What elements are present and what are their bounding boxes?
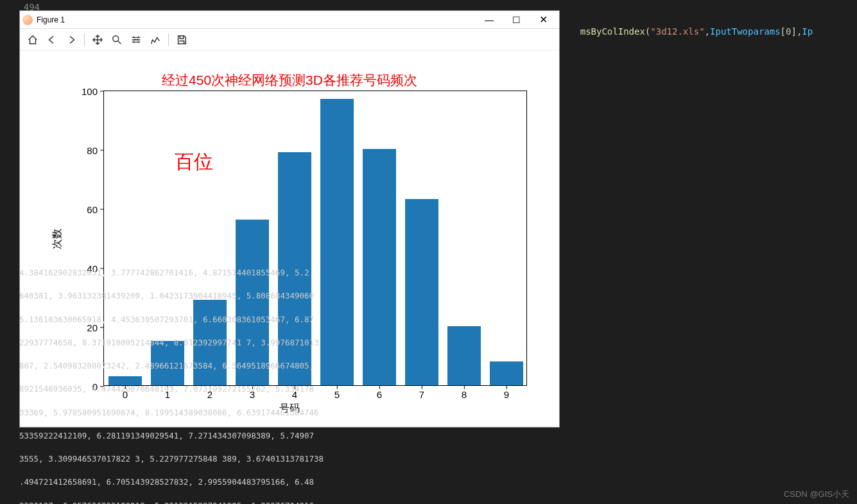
forward-icon[interactable] [62, 31, 80, 49]
subplots-icon[interactable] [127, 31, 145, 49]
y-axis-label: 次数 [51, 229, 64, 249]
back-icon[interactable] [43, 31, 61, 49]
titlebar[interactable]: Figure 1 — ☐ ✕ [20, 11, 559, 29]
editor-fragment: msByColIndex("3d12.xls",IputTwoparams[0]… [558, 10, 857, 53]
window-title: Figure 1 [37, 15, 65, 24]
y-tick: 100 [82, 86, 104, 97]
y-tick: 80 [87, 145, 104, 156]
pan-icon[interactable] [89, 31, 107, 49]
zoom-icon[interactable] [108, 31, 126, 49]
chart-annotation: 百位 [175, 149, 213, 175]
edit-icon[interactable] [146, 31, 164, 49]
minimize-button[interactable]: — [476, 15, 503, 25]
svg-point-0 [113, 35, 119, 41]
watermark: CSDN @GIS小天 [784, 489, 849, 500]
y-tick: 60 [87, 204, 104, 215]
toolbar [20, 29, 559, 51]
window-icon [22, 15, 33, 25]
home-icon[interactable] [24, 31, 42, 49]
terminal-output: 4.384162902832031, 3.777742862701416, 4.… [19, 256, 852, 504]
close-button[interactable]: ✕ [530, 13, 557, 26]
save-icon[interactable] [173, 31, 191, 49]
maximize-button[interactable]: ☐ [503, 15, 530, 25]
